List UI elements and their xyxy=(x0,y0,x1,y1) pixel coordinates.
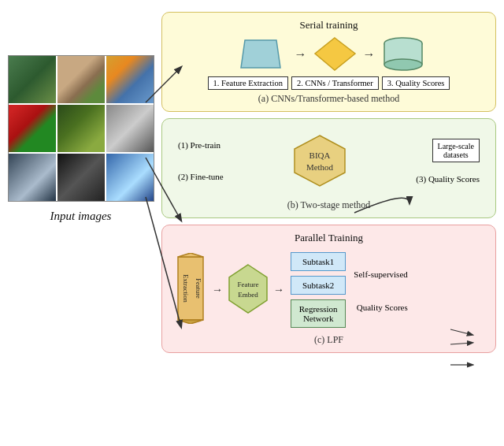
serial-labels: 1. Feature Extraction 2. CNNs / Transfor… xyxy=(208,76,450,90)
parallel-title: Parallel Training xyxy=(170,232,487,244)
right-panel: Serial training → xyxy=(161,8,496,438)
two-stage-box: (1) Pre-train (2) Fine-tune BIQA Method … xyxy=(161,118,496,218)
image-cell-3 xyxy=(106,56,154,103)
input-images-label: Input images xyxy=(50,210,112,223)
arrow-embed-subtasks: → xyxy=(273,284,284,296)
label-cnns-transformer: 2. CNNs / Transformer xyxy=(291,76,379,90)
regression-network-box: Regression Network xyxy=(291,299,346,328)
arrow-2: → xyxy=(363,48,376,61)
label-feature-extraction: 1. Feature Extraction xyxy=(208,76,288,90)
arrow-feat-embed: → xyxy=(212,284,223,296)
pretrain-label: (1) Pre-train xyxy=(178,140,220,150)
image-cell-7 xyxy=(9,154,56,201)
svg-text:Feature: Feature xyxy=(195,278,202,299)
svg-marker-0 xyxy=(241,40,280,68)
left-panel: Input images xyxy=(8,8,154,438)
parallel-subtitle: (c) LPF xyxy=(170,334,487,346)
subtasks-column: Subtask1 Subtask2 Regression Network xyxy=(291,252,346,328)
large-scale-label: Large-scaledatasets xyxy=(432,139,480,162)
main-container: Input images Serial training → xyxy=(0,0,504,446)
svg-marker-1 xyxy=(315,38,355,70)
self-supervised-label: Self-supervised xyxy=(354,269,407,279)
trapezoid-shape xyxy=(233,36,288,72)
serial-title: Serial training xyxy=(170,19,487,32)
serial-subtitle: (a) CNNs/Transformer-based method xyxy=(170,93,487,105)
image-cell-1 xyxy=(9,56,56,103)
svg-text:BIQA: BIQA xyxy=(309,151,331,160)
feature-embed-shape: Feature Embed xyxy=(228,263,269,318)
svg-text:Feature: Feature xyxy=(238,281,259,288)
label-quality-scores-serial: 3. Quality Scores xyxy=(382,76,450,90)
svg-marker-15 xyxy=(229,265,267,313)
finetune-label: (2) Fine-tune xyxy=(178,172,224,181)
svg-text:Embed: Embed xyxy=(238,291,258,299)
serial-training-box: Serial training → xyxy=(161,12,496,112)
quality-scores-two-stage: (3) Quality Scores xyxy=(416,174,480,184)
image-cell-8 xyxy=(57,154,105,201)
serial-content: → → xyxy=(170,36,487,90)
image-cell-6 xyxy=(106,105,154,152)
image-cell-4 xyxy=(9,105,56,152)
image-cell-2 xyxy=(57,56,105,103)
svg-marker-11 xyxy=(178,253,203,257)
biqa-hexagon: BIQA Method xyxy=(288,133,351,188)
biqa-right: Large-scaledatasets (3) Quality Scores xyxy=(416,139,480,184)
two-stage-content: (1) Pre-train (2) Fine-tune BIQA Method … xyxy=(170,125,487,196)
feature-extraction-shape: Feature Extraction xyxy=(174,253,207,327)
svg-text:Method: Method xyxy=(306,162,334,172)
quality-scores-right: Self-supervised Quality Scores xyxy=(354,268,407,312)
svg-marker-7 xyxy=(295,136,345,186)
subtask1-box: Subtask1 xyxy=(291,252,346,271)
parallel-training-box: Parallel Training Feature Extraction → xyxy=(161,225,496,353)
parallel-content: Feature Extraction → Feature Embed → xyxy=(170,249,487,331)
image-grid xyxy=(8,55,154,202)
image-cell-9 xyxy=(106,154,154,201)
cylinder-shape xyxy=(382,36,425,72)
svg-marker-12 xyxy=(178,320,203,324)
serial-shapes: → → xyxy=(233,36,425,72)
svg-point-6 xyxy=(384,59,422,70)
arrow-1: → xyxy=(295,48,307,61)
diamond-shape xyxy=(313,36,357,72)
quality-scores-parallel: Quality Scores xyxy=(357,303,408,312)
biqa-left: (1) Pre-train (2) Fine-tune xyxy=(178,140,224,181)
subtask2-box: Subtask2 xyxy=(291,276,346,295)
svg-text:Extraction: Extraction xyxy=(182,274,190,303)
two-stage-subtitle: (b) Two-stage method xyxy=(170,199,487,211)
biqa-center: BIQA Method xyxy=(288,133,351,188)
image-cell-5 xyxy=(57,105,105,152)
regression-label: Regression Network xyxy=(299,304,338,323)
